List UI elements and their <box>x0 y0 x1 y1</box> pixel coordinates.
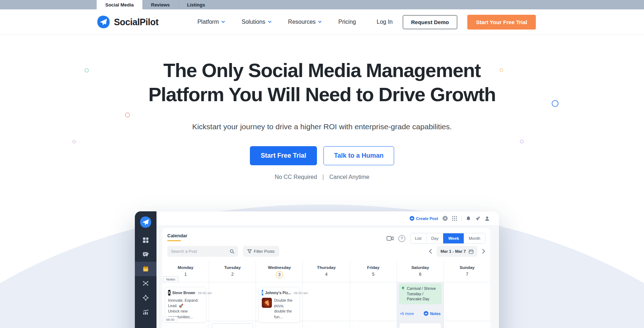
day-name: Wednesday <box>256 265 303 270</box>
video-tutorial-icon[interactable] <box>387 236 394 241</box>
start-free-trial-nav-button[interactable]: Start Your Free Trial <box>467 15 536 30</box>
post-card-stub[interactable] <box>259 323 300 328</box>
plus-icon <box>424 311 428 316</box>
user-icon[interactable] <box>485 216 490 221</box>
tab-reviews[interactable]: Reviews <box>142 0 178 9</box>
view-option-month[interactable]: Month <box>464 233 485 243</box>
log-in-link[interactable]: Log In <box>376 19 392 25</box>
brand-logo[interactable]: SocialPilot <box>97 15 158 29</box>
saturday-footer: +5 more Notes <box>400 311 441 316</box>
post-card-wednesday[interactable]: f Johnny's Piz... 08:00 am 🍕 Double the … <box>259 287 300 323</box>
nav-item-label: Platform <box>197 19 219 25</box>
search-icon <box>230 249 234 254</box>
talk-to-human-button[interactable]: Talk to a Human <box>323 146 394 165</box>
tab-listings[interactable]: Listings <box>178 0 214 9</box>
day-name: Tuesday <box>209 265 256 270</box>
next-week-button[interactable] <box>482 249 485 254</box>
event-title: Carnival / Shrove Tuesday / Pancake Day <box>407 286 438 302</box>
hero-title-line-1: The Only Social Media Management <box>163 59 481 81</box>
request-demo-button[interactable]: Request Demo <box>403 15 457 29</box>
nav-item-pricing[interactable]: Pricing <box>338 19 356 25</box>
connect-network-icon <box>142 280 149 287</box>
calendar-toolbar: Filter Posts Mar 1 - Mar 7 <box>162 242 490 257</box>
sidebar-item-engage[interactable] <box>135 291 156 305</box>
rocket-icon[interactable] <box>475 216 480 221</box>
create-post-button[interactable]: Create Post <box>410 216 438 221</box>
post-thumbnail-pizza: 🍕 <box>262 298 272 308</box>
socialpilot-logo-icon <box>140 216 152 228</box>
sidebar-item-calendar[interactable] <box>135 262 156 276</box>
no-cc-text: No CC Required <box>275 174 317 180</box>
hero-section: The Only Social Media Management Platfor… <box>0 35 644 180</box>
post-card-stub[interactable] <box>165 323 206 328</box>
apps-grid-icon[interactable] <box>452 216 457 221</box>
chevron-down-icon <box>318 20 322 24</box>
day-number: 2 <box>231 272 234 277</box>
filter-posts-button[interactable]: Filter Posts <box>243 246 279 257</box>
view-option-day[interactable]: Day <box>426 233 443 243</box>
facebook-icon: f <box>262 290 263 296</box>
main-navbar: SocialPilot Platform Solutions Resources… <box>0 9 644 35</box>
post-author: Johnny's Piz... <box>265 291 291 295</box>
day-number: 4 <box>325 272 328 277</box>
time-slot-label: 08:00 <box>163 316 177 323</box>
topbar-divider <box>461 216 462 221</box>
socialpilot-logo-icon <box>97 15 110 29</box>
day-header: Wednesday 3 <box>256 261 303 282</box>
app-topbar: Create Post <box>156 211 499 226</box>
bell-icon[interactable] <box>466 216 471 221</box>
sidebar-item-dashboard[interactable] <box>135 233 156 247</box>
sidebar-item-connect[interactable] <box>135 276 156 291</box>
calendar-header-controls: ? List Day Week Month <box>387 233 485 244</box>
navbar-actions: Log In Request Demo Start Your Free Tria… <box>376 15 536 30</box>
calendar-title-block: Calendar <box>167 233 188 241</box>
nav-item-resources[interactable]: Resources <box>288 19 322 25</box>
tab-social-media[interactable]: Social Media <box>97 0 142 9</box>
day-name: Sunday <box>444 265 490 270</box>
day-column-tuesday: Tuesday 2 <box>209 261 256 328</box>
view-option-week[interactable]: Week <box>443 233 464 243</box>
day-name: Monday <box>162 265 209 270</box>
notes-row-label[interactable]: Notes <box>163 276 178 282</box>
day-column-sunday: Sunday 7 <box>444 261 490 328</box>
sidebar-item-analytics[interactable] <box>135 305 156 319</box>
prev-week-button[interactable] <box>429 249 432 254</box>
day-header: Sunday 7 <box>444 261 490 282</box>
dashboard-icon <box>142 237 149 243</box>
hero-title-line-2: Platform You Will Need to Drive Growth <box>148 84 495 105</box>
date-range-label: Mar 1 - Mar 7 <box>441 249 466 253</box>
search-post-input[interactable] <box>171 249 230 253</box>
post-card-stub[interactable] <box>400 323 441 328</box>
day-body: f Johnny's Piz... 08:00 am 🍕 Double the … <box>256 282 303 328</box>
day-header: Tuesday 2 <box>209 261 256 282</box>
day-number: 5 <box>372 272 375 277</box>
notes-button-label: Notes <box>430 311 441 316</box>
date-range-button[interactable]: Mar 1 - Mar 7 <box>437 246 477 257</box>
post-card-stub[interactable] <box>305 323 347 328</box>
start-free-trial-button[interactable]: Start Free Trial <box>250 146 317 165</box>
calendar-title: Calendar <box>167 233 188 238</box>
day-number: 1 <box>184 272 187 277</box>
day-name: Saturday <box>397 265 444 270</box>
add-notes-button[interactable]: Notes <box>424 311 441 316</box>
search-post-box[interactable] <box>167 246 238 257</box>
nav-item-label: Solutions <box>242 19 265 25</box>
product-tab-bar: Social Media Reviews Listings <box>0 0 644 9</box>
view-switcher: List Day Week Month <box>410 233 485 244</box>
nav-item-platform[interactable]: Platform <box>197 19 225 25</box>
view-option-list[interactable]: List <box>410 233 426 243</box>
play-circle-icon[interactable] <box>442 216 448 221</box>
post-author: Steve Brown <box>172 291 195 295</box>
holiday-event-card[interactable]: Carnival / Shrove Tuesday / Pancake Day <box>399 284 441 304</box>
app-preview-window: Create Post <box>135 211 499 328</box>
post-card-stub[interactable] <box>446 323 488 328</box>
nav-item-solutions[interactable]: Solutions <box>242 19 272 25</box>
nav-item-label: Resources <box>288 19 316 25</box>
more-posts-link[interactable]: +5 more <box>400 311 414 316</box>
post-card-stub[interactable] <box>353 323 394 328</box>
sidebar-item-posts[interactable] <box>135 247 156 262</box>
post-text: Double the pizza, double the fun... <box>274 298 297 320</box>
filter-posts-label: Filter Posts <box>254 249 275 253</box>
empty-slot-placeholder[interactable] <box>212 323 253 328</box>
help-icon[interactable]: ? <box>398 235 405 242</box>
